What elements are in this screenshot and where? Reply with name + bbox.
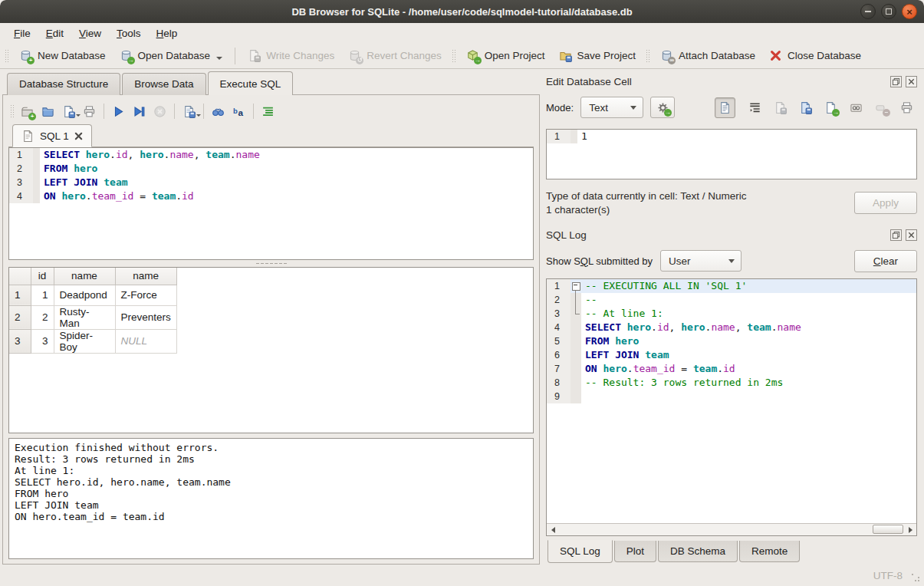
sql-toolbar: +ba [8,100,534,124]
menu-edit[interactable]: Edit [38,25,71,42]
table-cell[interactable]: Z-Force [115,285,176,305]
close-dock-icon[interactable] [906,229,917,241]
float-dock-icon[interactable] [890,76,902,87]
cell-save-button[interactable] [795,97,816,118]
cell-null-icon: − [875,101,888,114]
sql-log-editor[interactable]: 1-- EXECUTING ALL IN 'SQL 1'2--3-- At li… [547,279,916,523]
cell-wrap-button[interactable] [745,97,765,118]
mode-select[interactable]: Text [580,97,643,118]
cell-editor[interactable]: 11 [546,129,917,179]
column-header-name[interactable]: name [115,268,176,285]
fold-margin [33,162,40,176]
table-cell[interactable]: Preventers [115,305,176,329]
results-table: idnamename11DeadpondZ-Force22Rusty-ManPr… [9,268,177,354]
attach-database-button[interactable]: ∞Attach Database [653,46,762,65]
menu-view[interactable]: View [71,25,109,42]
minimize-button[interactable] [860,4,876,19]
table-cell[interactable]: Rusty-Man [54,305,115,329]
save-project-button[interactable]: Save Project [552,46,643,65]
scroll-left-icon[interactable] [547,524,559,535]
scroll-track[interactable] [559,524,904,535]
close-sql-tab-icon[interactable] [74,132,83,140]
table-row: 11DeadpondZ-Force [9,285,176,305]
scroll-thumb[interactable] [873,525,903,534]
log-horizontal-scrollbar[interactable] [547,523,916,535]
table-cell[interactable]: Spider-Boy [54,329,115,353]
column-header-name[interactable]: name [54,268,115,285]
column-header-id[interactable]: id [31,268,54,285]
dock-tab-db-schema[interactable]: DB Schema [658,541,738,562]
print-sql-button[interactable] [79,101,100,121]
menu-file[interactable]: File [6,25,38,42]
fold-margin [571,321,581,334]
code-line: 4ON hero.team_id = team.id [9,189,533,203]
right-pane: Edit Database Cell Mode: Text → [541,69,924,565]
resize-grip[interactable] [912,574,921,583]
row-header[interactable]: 1 [9,285,31,305]
open-project-button[interactable]: →Open Project [459,46,552,65]
toolbar-separator [174,104,175,119]
new-sql-tab-button[interactable]: + [17,101,38,121]
sql-editor[interactable]: 1SELECT hero.id, hero.name, team.name2FR… [8,147,534,260]
cell-import-button[interactable] [770,97,791,118]
editor-results-splitter[interactable] [8,260,534,267]
table-cell[interactable]: 2 [31,305,54,329]
titlebar[interactable]: DB Browser for SQLite - /home/user/code/… [0,0,924,23]
execute-all-button[interactable] [108,101,129,121]
maximize-button[interactable] [881,4,896,19]
dock-tab-sql-log[interactable]: SQL Log [547,540,613,563]
revert-changes-button[interactable]: ↺Revert Changes [341,46,449,65]
toolbar-drag-handle [646,49,650,63]
tab-database-structure[interactable]: Database Structure [7,73,120,95]
scroll-right-icon[interactable] [904,524,916,535]
toolbar-label: Save Project [577,50,636,61]
find-text-button[interactable] [208,101,229,121]
stop-execution-button[interactable] [150,101,170,121]
dock-tab-plot[interactable]: Plot [614,541,656,562]
fold-margin [33,148,40,162]
open-database-button[interactable]: →Open Database [113,46,230,65]
cell-null-button[interactable]: − [871,97,892,118]
log-filter-select[interactable]: User [660,250,742,272]
code-text: LEFT JOIN team [40,176,533,189]
table-cell[interactable]: 1 [31,285,54,305]
sql-doc-tab[interactable]: SQL 1 [12,124,92,147]
row-header[interactable]: 3 [9,329,31,353]
code-text: -- Result: 3 rows returned in 2ms [581,376,916,390]
dropdown-caret-icon[interactable] [216,57,222,60]
tab-execute-sql[interactable]: Execute SQL [208,71,294,95]
cell-export-button[interactable]: → [820,97,841,118]
save-sql-file-button[interactable] [58,101,79,121]
cell-print-button[interactable] [896,97,917,118]
fold-marker[interactable] [571,279,581,293]
dock-tab-remote[interactable]: Remote [739,541,800,562]
format-sql-button[interactable] [258,101,278,121]
apply-button[interactable]: Apply [854,192,917,214]
cell-text-button[interactable] [715,97,735,118]
save-results-button[interactable] [179,101,199,121]
table-cell[interactable]: 3 [31,329,54,353]
execute-line-button[interactable] [129,101,150,121]
float-dock-icon[interactable] [890,229,902,241]
row-header[interactable]: 2 [9,305,31,329]
close-button[interactable]: × [902,4,917,19]
close-database-button[interactable]: Close Database [762,46,868,65]
write-changes-button[interactable]: Write Changes [241,46,341,65]
table-cell[interactable]: NULL [115,329,176,353]
new-database-button[interactable]: +New Database [12,46,113,65]
clear-button[interactable]: Clear [854,250,917,272]
code-text: FROM hero [40,162,533,176]
menu-help[interactable]: Help [149,25,186,42]
tab-browse-data[interactable]: Browse Data [122,73,206,95]
table-cell[interactable]: Deadpond [54,285,115,305]
dropdown-caret-icon[interactable] [196,114,201,117]
close-dock-icon[interactable] [906,76,917,87]
cell-link-button[interactable] [846,97,866,118]
replace-text-button[interactable]: ba [229,101,249,121]
open-sql-file-button[interactable] [38,101,58,121]
menu-tools[interactable]: Tools [109,25,149,42]
fold-margin [571,334,581,348]
apply-mode-button[interactable]: → [650,97,675,118]
code-text: LEFT JOIN team [581,348,916,362]
corner-header[interactable] [9,268,31,285]
